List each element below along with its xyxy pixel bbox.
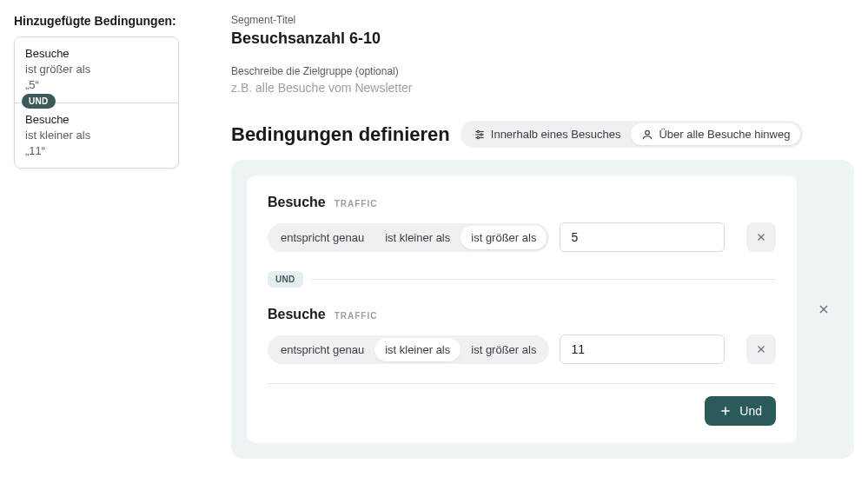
connector-chip: UND <box>268 271 303 288</box>
plus-icon <box>719 404 732 418</box>
rule-category-tag: TRAFFIC <box>335 199 378 209</box>
user-icon <box>641 129 653 141</box>
op-greater-than[interactable]: ist größer als <box>461 226 547 249</box>
condition-title: Besuche <box>25 46 168 62</box>
connector-divider: UND <box>15 103 178 103</box>
sliders-icon <box>474 129 486 141</box>
segment-title-label: Segment-Titel <box>231 14 854 26</box>
svg-point-4 <box>480 133 481 135</box>
operator-toggle: entspricht genau ist kleiner als ist grö… <box>268 223 549 252</box>
add-and-rule-button[interactable]: Und <box>705 396 776 426</box>
rule-connector: UND <box>268 271 776 288</box>
scope-across-label: Über alle Besuche hinweg <box>659 128 790 141</box>
rule-block: Besuche TRAFFIC entspricht genau ist kle… <box>268 195 776 252</box>
op-exact[interactable]: entspricht genau <box>270 226 374 249</box>
main-panel: Segment-Titel Besuchsanzahl 6-10 Beschre… <box>231 14 854 459</box>
condition-summary-card[interactable]: Besuche ist größer als „5“ <box>15 37 178 103</box>
remove-rule-button[interactable] <box>746 334 776 364</box>
scope-across-visits[interactable]: Über alle Besuche hinweg <box>631 123 800 145</box>
connector-line <box>312 279 776 280</box>
condition-summary-stack: Besuche ist größer als „5“ UND Besuche i… <box>14 36 179 169</box>
svg-point-3 <box>477 130 479 132</box>
rule-title: Besuche <box>268 195 326 210</box>
condition-operator: ist kleiner als <box>25 128 168 143</box>
description-label: Beschreibe die Zielgruppe (optional) <box>231 65 854 77</box>
scope-within-label: Innerhalb eines Besuches <box>491 128 621 141</box>
condition-summary-card[interactable]: Besuche ist kleiner als „11“ <box>15 103 178 169</box>
close-icon <box>755 231 767 243</box>
condition-title: Besuche <box>25 112 168 128</box>
connector-pill: UND <box>22 94 56 109</box>
rule-block: Besuche TRAFFIC entspricht genau ist kle… <box>268 307 776 364</box>
condition-value: „11“ <box>25 143 168 159</box>
op-less-than[interactable]: ist kleiner als <box>374 338 461 361</box>
rule-divider <box>268 383 776 384</box>
remove-group-button[interactable] <box>809 295 838 324</box>
scope-within-visit[interactable]: Innerhalb eines Besuches <box>463 123 632 145</box>
rules-editor: Besuche TRAFFIC entspricht genau ist kle… <box>231 160 854 459</box>
add-and-label: Und <box>739 404 762 418</box>
rule-category-tag: TRAFFIC <box>335 311 378 321</box>
sidebar-title: Hinzugefügte Bedingungen: <box>14 14 179 28</box>
svg-point-5 <box>477 136 479 138</box>
section-heading: Bedingungen definieren <box>231 123 450 146</box>
svg-point-6 <box>646 130 650 135</box>
rule-value-input[interactable] <box>560 334 725 364</box>
op-exact[interactable]: entspricht genau <box>270 338 374 361</box>
close-icon <box>817 302 831 316</box>
rules-group: Besuche TRAFFIC entspricht genau ist kle… <box>247 175 797 443</box>
scope-toggle: Innerhalb eines Besuches Über alle Besuc… <box>461 121 804 148</box>
rule-title: Besuche <box>268 307 326 322</box>
operator-toggle: entspricht genau ist kleiner als ist grö… <box>268 335 549 364</box>
op-less-than[interactable]: ist kleiner als <box>374 226 461 249</box>
remove-rule-button[interactable] <box>746 222 776 252</box>
description-placeholder[interactable]: z.B. alle Besuche vom Newsletter <box>231 81 854 95</box>
sidebar: Hinzugefügte Bedingungen: Besuche ist gr… <box>14 14 179 169</box>
close-icon <box>755 343 767 355</box>
rule-value-input[interactable] <box>560 222 725 252</box>
condition-operator: ist größer als <box>25 62 168 77</box>
condition-value: „5“ <box>25 77 168 93</box>
segment-title[interactable]: Besuchsanzahl 6-10 <box>231 30 854 48</box>
op-greater-than[interactable]: ist größer als <box>461 338 547 361</box>
